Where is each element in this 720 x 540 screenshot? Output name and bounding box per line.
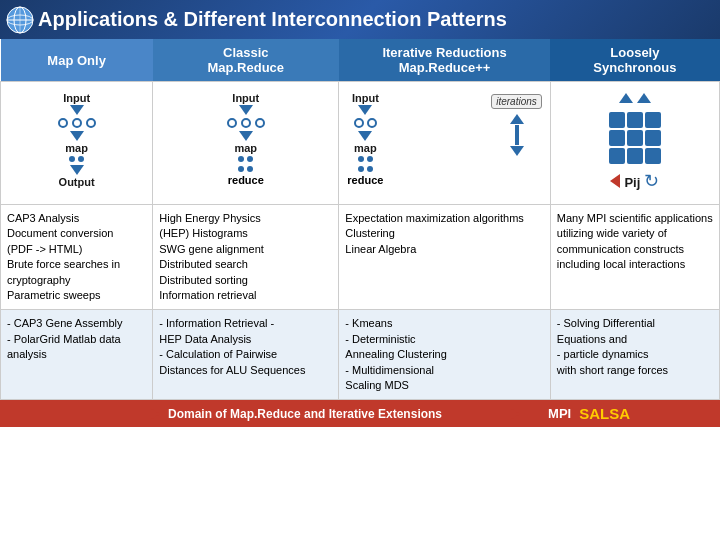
- title-bar: Applications & Different Interconnection…: [0, 0, 720, 39]
- right-arrow-group: [450, 408, 520, 420]
- iterative-top: Input map: [347, 92, 541, 186]
- classic-map-dots: [238, 156, 253, 162]
- loosely-top-arrows: [619, 92, 651, 104]
- iterative-map-dots: [358, 156, 373, 162]
- iterative-left: Input map: [347, 92, 383, 186]
- apps-map-only: - CAP3 Gene Assembly - PolarGrid Matlab …: [1, 310, 153, 400]
- globe-icon: [6, 6, 34, 34]
- cap3-iterative: Expectation maximization algorithms Clus…: [339, 205, 550, 310]
- grid-cell-7: [609, 148, 625, 164]
- bottom-banner-text: Domain of Map.Reduce and Iterative Exten…: [168, 407, 442, 421]
- mpi-label: MPI: [548, 406, 571, 421]
- bottom-banner: Domain of Map.Reduce and Iterative Exten…: [0, 400, 720, 427]
- classic-map-label: map: [234, 142, 257, 154]
- col-header-loosely: Loosely Synchronous: [550, 39, 719, 82]
- diagram-classic: Input map reduce: [153, 82, 339, 205]
- map-only-arrow-down3: [70, 165, 84, 175]
- right-arrow-head: [510, 408, 520, 420]
- map-only-arrow-down2: [70, 131, 84, 141]
- map-only-input-label: Input: [63, 92, 90, 104]
- classic-reduce-row: reduce: [228, 174, 264, 186]
- map-only-dots: [69, 156, 84, 162]
- iterative-right: iterations: [491, 92, 542, 157]
- cap3-classic: High Energy Physics (HEP) Histograms SWG…: [153, 205, 339, 310]
- salsa-label: SALSA: [579, 405, 630, 422]
- page-title: Applications & Different Interconnection…: [38, 8, 507, 31]
- iterative-reduce-label: reduce: [347, 174, 383, 186]
- iter-line: [515, 125, 519, 145]
- classic-map-dots2: [238, 166, 253, 172]
- classic-reduce-label: reduce: [228, 174, 264, 186]
- loosely-pij-row: Pij ↻: [610, 170, 659, 192]
- classic-input-label: Input: [232, 92, 259, 104]
- loosely-circular: ↻: [644, 170, 659, 192]
- grid-cell-3: [645, 112, 661, 128]
- apps-classic: - Information Retrieval - HEP Data Analy…: [153, 310, 339, 400]
- grid-cell-8: [627, 148, 643, 164]
- iterative-map-dots2: [358, 166, 373, 172]
- map-only-output-label: Output: [59, 176, 95, 188]
- left-arrow-head: [150, 408, 160, 420]
- iterative-arrows: [510, 113, 524, 157]
- iterative-map-label: map: [354, 142, 377, 154]
- circular-arrow-icon: ↻: [644, 170, 659, 192]
- iterations-label: iterations: [491, 94, 542, 109]
- diagram-iterative: Input map: [339, 82, 550, 205]
- left-arrow-group: [90, 408, 160, 420]
- left-arrow-line: [90, 411, 150, 416]
- iterative-arrow1: [358, 105, 372, 115]
- iter-arrow-down: [510, 146, 524, 156]
- col-header-map-only: Map Only: [1, 39, 153, 82]
- cap3-map-only: CAP3 Analysis Document conversion (PDF -…: [1, 205, 153, 310]
- grid-cell-5: [627, 130, 643, 146]
- apps-loosely: - Solving Differential Equations and - p…: [550, 310, 719, 400]
- loosely-grid: [609, 112, 661, 164]
- diagram-loosely: Pij ↻: [550, 82, 719, 205]
- iterative-input-nodes: [354, 118, 377, 128]
- pij-label: Pij: [624, 175, 640, 190]
- iter-arrow-up: [510, 114, 524, 124]
- classic-input-nodes: [227, 118, 265, 128]
- grid-cell-9: [645, 148, 661, 164]
- loosely-arrow-up1: [619, 93, 633, 103]
- iterative-arrow2: [358, 131, 372, 141]
- grid-cell-4: [609, 130, 625, 146]
- classic-arrow2: [239, 131, 253, 141]
- diagram-map-only: Input map Output: [1, 82, 153, 205]
- col-header-iterative: Iterative Reductions Map.Reduce++: [339, 39, 550, 82]
- map-only-map-label: map: [65, 142, 88, 154]
- right-arrow-line: [450, 411, 510, 416]
- iterative-input-label: Input: [352, 92, 379, 104]
- loosely-arrow-up2: [637, 93, 651, 103]
- grid-cell-6: [645, 130, 661, 146]
- map-only-arrow-down: [70, 105, 84, 115]
- grid-cell-1: [609, 112, 625, 128]
- apps-iterative: - Kmeans - Deterministic Annealing Clust…: [339, 310, 550, 400]
- grid-cell-2: [627, 112, 643, 128]
- cap3-loosely: Many MPI scientific applications utilizi…: [550, 205, 719, 310]
- classic-arrow1: [239, 105, 253, 115]
- loosely-arrow-left: [610, 174, 620, 188]
- map-only-input-nodes: [58, 118, 96, 128]
- col-header-classic: Classic Map.Reduce: [153, 39, 339, 82]
